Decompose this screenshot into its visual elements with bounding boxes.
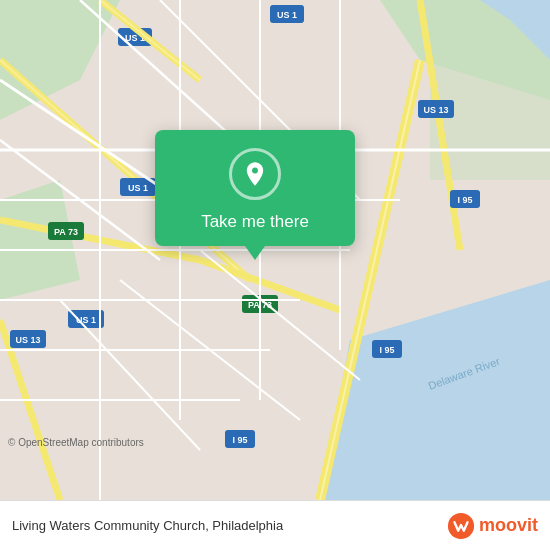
moovit-logo: moovit bbox=[447, 512, 538, 540]
location-popup[interactable]: Take me there bbox=[155, 130, 355, 246]
svg-text:US 13: US 13 bbox=[15, 335, 40, 345]
moovit-brand-icon bbox=[447, 512, 475, 540]
location-label: Living Waters Community Church, Philadel… bbox=[12, 518, 447, 533]
map-background: Delaware River US 1 PA 73 PA 73 US 13 US… bbox=[0, 0, 550, 500]
location-pin-icon bbox=[241, 160, 269, 188]
svg-text:I 95: I 95 bbox=[232, 435, 247, 445]
svg-text:US 1: US 1 bbox=[128, 183, 148, 193]
moovit-text: moovit bbox=[479, 515, 538, 536]
bottom-bar: Living Waters Community Church, Philadel… bbox=[0, 500, 550, 550]
svg-text:US 13: US 13 bbox=[423, 105, 448, 115]
take-me-there-label: Take me there bbox=[201, 212, 309, 232]
svg-text:US 1: US 1 bbox=[277, 10, 297, 20]
osm-credit: © OpenStreetMap contributors bbox=[8, 437, 144, 448]
map-container: Delaware River US 1 PA 73 PA 73 US 13 US… bbox=[0, 0, 550, 500]
svg-text:I 95: I 95 bbox=[457, 195, 472, 205]
svg-text:I 95: I 95 bbox=[379, 345, 394, 355]
svg-point-57 bbox=[252, 168, 258, 174]
location-icon-circle bbox=[229, 148, 281, 200]
svg-text:PA 73: PA 73 bbox=[54, 227, 78, 237]
